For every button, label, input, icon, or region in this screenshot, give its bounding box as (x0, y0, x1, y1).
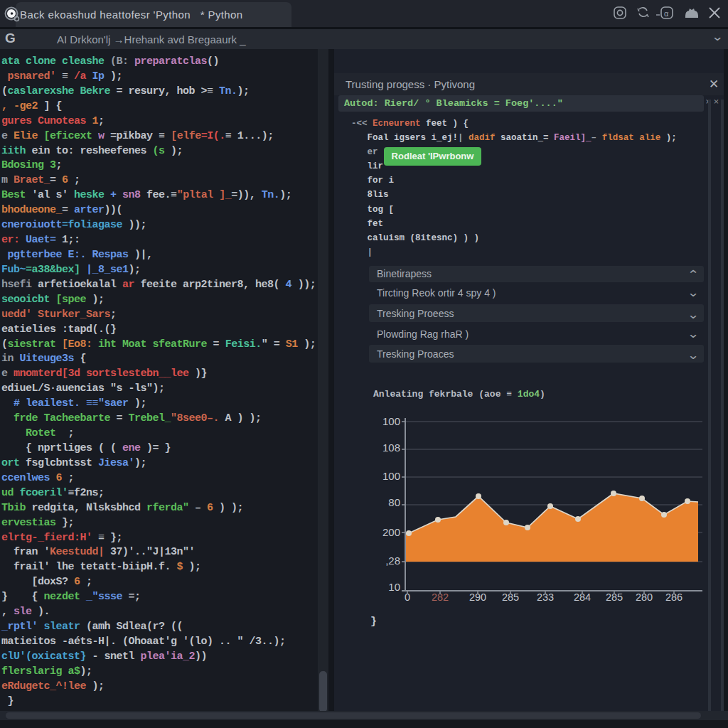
svg-text:,28: ,28 (385, 555, 400, 567)
svg-text:80: 80 (388, 496, 400, 508)
svg-text:α: α (664, 9, 669, 18)
svg-text:108: 108 (382, 441, 400, 454)
svg-text:200: 200 (382, 526, 400, 538)
svg-text:10: 10 (388, 581, 400, 593)
svg-text:100: 100 (382, 415, 400, 427)
svg-text:100: 100 (382, 470, 400, 482)
